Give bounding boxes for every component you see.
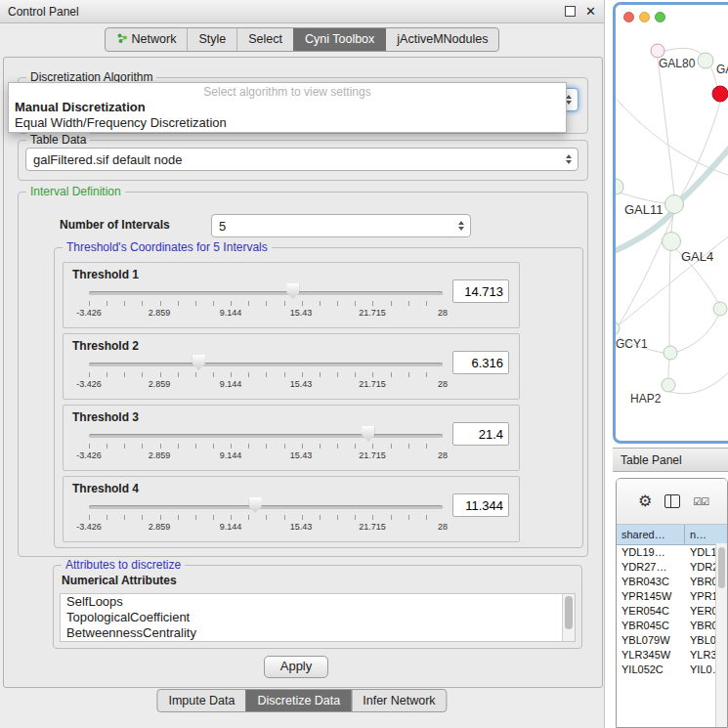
network-node[interactable] [616, 321, 620, 335]
table-row[interactable]: YER054CYER0… [617, 604, 727, 619]
thresholds-group: Threshold's Coordinates for 5 Intervals … [54, 247, 583, 548]
network-node[interactable] [698, 53, 713, 68]
table-data-combo[interactable]: galFiltered.sif default node [25, 148, 578, 171]
slider-track[interactable] [89, 363, 443, 366]
scale-label: -3.426 [76, 308, 102, 318]
threshold-panel-3: Threshold 3 -3.426 2.859 9.144 15.43 21.… [63, 405, 520, 471]
thresholds-group-title: Threshold's Coordinates for 5 Intervals [63, 240, 272, 254]
scrollbar-thumb[interactable] [565, 596, 573, 629]
attributes-list: SelfLoops TopologicalCoefficient Between… [60, 593, 576, 642]
network-view-window[interactable]: GAL80 GA GAL11 GAL4 GCY1 HAP2 [613, 2, 728, 444]
table-row[interactable]: YBR043CYBR0… [617, 575, 727, 589]
table-row[interactable]: YBL079WYBL0… [617, 633, 727, 648]
scale-label: 21.715 [359, 450, 386, 460]
network-node[interactable] [713, 302, 727, 316]
scale-label: 15.43 [290, 522, 313, 532]
table-row[interactable]: YPR145WYPR1… [617, 589, 727, 604]
node-label: GAL80 [659, 57, 696, 70]
slider-ticks [89, 301, 444, 306]
network-node[interactable] [616, 179, 623, 194]
slider-track[interactable] [89, 434, 443, 438]
list-item[interactable]: SelfLoops [61, 594, 575, 610]
network-node-selected[interactable] [712, 86, 728, 102]
node-label: HAP2 [630, 392, 662, 406]
scale-label: -3.426 [76, 522, 102, 532]
threshold-value-field[interactable] [452, 493, 509, 517]
slider-thumb[interactable] [286, 283, 299, 299]
scale-label: 15.43 [290, 379, 313, 389]
close-window-button[interactable] [623, 12, 634, 22]
gear-icon[interactable]: ⚙ [638, 493, 652, 509]
table-row[interactable]: YLR345WYLR3… [617, 648, 727, 663]
tab-cyni-toolbox[interactable]: Cyni Toolbox [293, 28, 385, 51]
tab-impute-data[interactable]: Impute Data [157, 690, 245, 711]
scale-label: 21.715 [359, 522, 386, 532]
scale-label: 2.859 [149, 522, 171, 532]
tab-network[interactable]: Network [106, 28, 188, 51]
scale-label: 15.43 [290, 308, 313, 318]
columns-icon[interactable] [664, 494, 680, 508]
minimize-window-button[interactable] [639, 12, 650, 22]
attributes-group-title: Attributes to discretize [62, 558, 185, 572]
list-item[interactable]: BetweennessCentrality [61, 625, 575, 641]
dropdown-option-manual[interactable]: Manual Discretization [9, 100, 566, 115]
attributes-scrollbar[interactable] [562, 594, 575, 641]
num-intervals-combo[interactable]: 5 [211, 214, 471, 237]
tab-style[interactable]: Style [187, 28, 236, 51]
threshold-value-field[interactable] [452, 279, 509, 303]
close-icon[interactable]: ✕ [585, 5, 596, 18]
threshold-value-field[interactable] [452, 351, 509, 374]
slider-track[interactable] [89, 291, 443, 295]
control-panel-titlebar: Control Panel ✕ [0, 0, 604, 23]
float-window-icon[interactable] [565, 6, 576, 17]
scale-label: 28 [438, 522, 448, 532]
table-toolbar: ⚙ ☑☑ [617, 479, 727, 525]
table-scrollbar[interactable] [715, 543, 727, 727]
dropdown-option-equal-width[interactable]: Equal Width/Frequency Discretization [9, 115, 566, 131]
slider-scale: -3.426 2.859 9.144 15.43 21.715 28 [64, 522, 519, 534]
tab-jactivemnodules[interactable]: jActiveMNodules [385, 28, 498, 51]
tab-discretize-data[interactable]: Discretize Data [246, 690, 352, 711]
table-row[interactable]: YDL19…YDL1… [617, 545, 727, 560]
scale-label: 9.144 [220, 450, 242, 460]
column-header-name[interactable]: n… [685, 525, 727, 544]
stepper-icon [458, 221, 464, 231]
stepper-icon [566, 154, 572, 164]
table-row[interactable]: YDR27…YDR2… [617, 560, 727, 575]
slider-thumb[interactable] [249, 497, 262, 513]
table-panel-title: Table Panel [621, 453, 682, 467]
network-icon [116, 32, 128, 47]
network-node[interactable] [651, 44, 664, 58]
table-row[interactable]: YIL052CYIL0… [617, 663, 727, 677]
threshold-label: Threshold 2 [72, 339, 139, 353]
scale-label: 28 [438, 379, 448, 389]
network-node[interactable] [662, 378, 675, 392]
scale-label: 9.144 [220, 308, 242, 318]
scale-label: 15.43 [290, 450, 313, 460]
threshold-panel-4: Threshold 4 -3.426 2.859 9.144 15.43 21.… [63, 476, 520, 542]
table-panel-titlebar: Table Panel [613, 448, 728, 472]
slider-ticks [89, 444, 444, 449]
table-body: YDL19…YDL1… YDR27…YDR2… YBR043CYBR0… YPR… [617, 545, 727, 677]
list-item[interactable]: TopologicalCoefficient [61, 610, 575, 625]
zoom-window-button[interactable] [655, 12, 665, 22]
dropdown-placeholder-item: Select algorithm to view settings [9, 84, 566, 100]
scrollbar-thumb[interactable] [718, 547, 725, 588]
select-rows-icon[interactable]: ☑☑ [693, 496, 708, 507]
threshold-value-field[interactable] [452, 422, 509, 446]
slider-scale: -3.426 2.859 9.144 15.43 21.715 28 [64, 308, 519, 320]
tab-select[interactable]: Select [236, 28, 293, 51]
network-node[interactable] [665, 195, 684, 214]
table-row[interactable]: YBR045CYBR0… [617, 619, 727, 633]
slider-thumb[interactable] [193, 355, 205, 370]
apply-button[interactable]: Apply [264, 656, 328, 678]
slider-track[interactable] [89, 505, 443, 509]
scale-label: 2.859 [149, 450, 171, 460]
network-node[interactable] [664, 346, 677, 360]
column-header-shared-name[interactable]: shared… [617, 525, 685, 544]
network-canvas[interactable]: GAL80 GA GAL11 GAL4 GCY1 HAP2 [616, 5, 728, 441]
network-node[interactable] [663, 233, 681, 251]
scale-label: 9.144 [220, 522, 242, 532]
slider-thumb[interactable] [362, 426, 374, 442]
tab-infer-network[interactable]: Infer Network [351, 690, 446, 711]
